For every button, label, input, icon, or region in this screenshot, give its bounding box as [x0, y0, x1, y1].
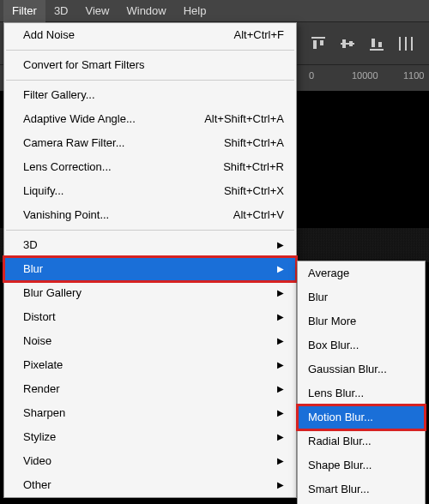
align-top-icon[interactable] [309, 34, 328, 53]
submenu-item-shape-blur[interactable]: Shape Blur... [298, 453, 425, 477]
align-bottom-icon[interactable] [367, 34, 386, 53]
menu-item-label: Sharpen [23, 405, 275, 422]
menu-item-noise[interactable]: Noise▶ [4, 329, 296, 353]
submenu-arrow-icon: ▶ [275, 261, 284, 278]
menu-item-label: Convert for Smart Filters [23, 57, 284, 74]
svg-rect-9 [399, 37, 401, 51]
menu-item-label: Filter Gallery... [23, 87, 284, 104]
menu-separator [6, 230, 294, 231]
menu-item-label: Pixelate [23, 357, 275, 374]
svg-rect-6 [370, 49, 384, 51]
submenu-item-motion-blur[interactable]: Motion Blur... [298, 405, 425, 429]
menu-item-label: Adaptive Wide Angle... [23, 111, 181, 128]
ruler-mark: 1100 [403, 70, 424, 81]
menu-item-label: Liquify... [23, 183, 181, 200]
menu-item-convert-for-smart-filters[interactable]: Convert for Smart Filters [4, 53, 296, 77]
menu-item-label: Vanishing Point... [23, 207, 181, 224]
svg-rect-2 [320, 40, 323, 45]
menubar: Filter 3D View Window Help [0, 0, 429, 22]
menubar-3d[interactable]: 3D [45, 0, 77, 22]
menu-item-stylize[interactable]: Stylize▶ [4, 425, 296, 449]
menubar-window[interactable]: Window [118, 0, 174, 22]
svg-rect-0 [311, 37, 325, 39]
menubar-help[interactable]: Help [175, 0, 215, 22]
menu-item-label: Stylize [23, 429, 275, 446]
submenu-item-gaussian-blur[interactable]: Gaussian Blur... [298, 357, 425, 381]
menu-item-video[interactable]: Video▶ [4, 449, 296, 473]
menu-item-adaptive-wide-angle[interactable]: Adaptive Wide Angle...Alt+Shift+Ctrl+A [4, 107, 296, 131]
filter-menu: Add NoiseAlt+Ctrl+FConvert for Smart Fil… [3, 22, 297, 498]
menu-item-shortcut: Alt+Ctrl+V [181, 207, 284, 224]
blur-submenu: AverageBlurBlur MoreBox Blur...Gaussian … [297, 261, 426, 504]
submenu-arrow-icon: ▶ [275, 309, 284, 326]
svg-rect-5 [349, 41, 353, 46]
ruler-mark: 0 [309, 70, 314, 81]
menu-item-shortcut: Alt+Shift+Ctrl+A [181, 111, 284, 128]
submenu-arrow-icon: ▶ [275, 381, 284, 398]
menubar-view[interactable]: View [77, 0, 118, 22]
menu-item-label: Distort [23, 309, 275, 326]
menu-item-shortcut: Shift+Ctrl+X [181, 183, 284, 200]
align-middle-icon[interactable] [338, 34, 357, 53]
svg-rect-4 [342, 39, 346, 48]
menu-separator [6, 80, 294, 81]
menubar-filter[interactable]: Filter [3, 0, 45, 22]
submenu-item-box-blur[interactable]: Box Blur... [298, 333, 425, 357]
submenu-arrow-icon: ▶ [275, 237, 284, 254]
menu-item-label: 3D [23, 237, 275, 254]
submenu-item-smart-blur[interactable]: Smart Blur... [298, 477, 425, 501]
submenu-arrow-icon: ▶ [275, 453, 284, 470]
menu-item-label: Other [23, 477, 275, 494]
menu-item-label: Add Noise [23, 27, 181, 44]
menu-item-label: Noise [23, 333, 275, 350]
svg-rect-7 [372, 39, 375, 47]
menu-item-lens-correction[interactable]: Lens Correction...Shift+Ctrl+R [4, 155, 296, 179]
menu-item-3d[interactable]: 3D▶ [4, 233, 296, 257]
menu-separator [6, 50, 294, 51]
submenu-arrow-icon: ▶ [275, 405, 284, 422]
menu-item-camera-raw-filter[interactable]: Camera Raw Filter...Shift+Ctrl+A [4, 131, 296, 155]
menu-item-label: Blur Gallery [23, 285, 275, 302]
menu-item-label: Blur [23, 261, 275, 278]
menu-item-distort[interactable]: Distort▶ [4, 305, 296, 329]
menu-item-label: Lens Correction... [23, 159, 181, 176]
submenu-arrow-icon: ▶ [275, 357, 284, 374]
svg-rect-11 [411, 37, 413, 51]
svg-rect-1 [313, 40, 317, 49]
submenu-item-average[interactable]: Average [298, 261, 425, 285]
svg-rect-10 [405, 37, 407, 51]
distribute-icon[interactable] [396, 34, 415, 53]
submenu-item-blur[interactable]: Blur [298, 285, 425, 309]
menu-item-label: Render [23, 381, 275, 398]
menu-item-shortcut: Alt+Ctrl+F [181, 27, 284, 44]
menu-item-sharpen[interactable]: Sharpen▶ [4, 401, 296, 425]
menu-item-other[interactable]: Other▶ [4, 473, 296, 497]
menu-item-label: Video [23, 453, 275, 470]
menu-item-filter-gallery[interactable]: Filter Gallery... [4, 83, 296, 107]
menu-item-shortcut: Shift+Ctrl+A [181, 135, 284, 152]
submenu-item-radial-blur[interactable]: Radial Blur... [298, 429, 425, 453]
submenu-arrow-icon: ▶ [275, 333, 284, 350]
menu-item-pixelate[interactable]: Pixelate▶ [4, 353, 296, 377]
menu-item-liquify[interactable]: Liquify...Shift+Ctrl+X [4, 179, 296, 203]
submenu-arrow-icon: ▶ [275, 285, 284, 302]
submenu-arrow-icon: ▶ [275, 477, 284, 494]
ruler-mark: 10000 [352, 70, 378, 81]
menu-item-vanishing-point[interactable]: Vanishing Point...Alt+Ctrl+V [4, 203, 296, 227]
menu-item-add-noise[interactable]: Add NoiseAlt+Ctrl+F [4, 23, 296, 47]
menu-item-blur[interactable]: Blur▶ [4, 257, 296, 281]
menu-item-label: Camera Raw Filter... [23, 135, 181, 152]
menu-item-shortcut: Shift+Ctrl+R [181, 159, 284, 176]
submenu-item-lens-blur[interactable]: Lens Blur... [298, 381, 425, 405]
menu-item-render[interactable]: Render▶ [4, 377, 296, 401]
submenu-item-blur-more[interactable]: Blur More [298, 309, 425, 333]
submenu-arrow-icon: ▶ [275, 429, 284, 446]
menu-item-blur-gallery[interactable]: Blur Gallery▶ [4, 281, 296, 305]
svg-rect-8 [378, 42, 382, 47]
